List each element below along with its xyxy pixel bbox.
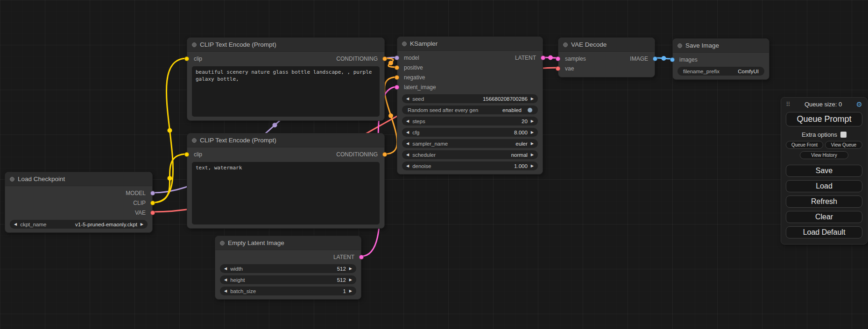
clear-button[interactable]: Clear — [786, 211, 862, 223]
decrement-icon[interactable]: ◀ — [406, 119, 409, 123]
widget-name: cfg — [412, 130, 419, 135]
decrement-icon[interactable]: ◀ — [224, 289, 227, 293]
toggle-indicator-icon[interactable] — [528, 108, 532, 112]
increment-icon[interactable]: ▶ — [531, 97, 534, 101]
decrement-icon[interactable]: ◀ — [224, 267, 227, 271]
increment-icon[interactable]: ▶ — [349, 278, 352, 282]
node-titlebar[interactable]: VAE Decode — [558, 38, 655, 52]
clip-input-port[interactable] — [184, 56, 189, 61]
decrement-icon[interactable]: ◀ — [406, 97, 409, 101]
sampler-name-widget[interactable]: ◀ sampler_name euler ▶ — [402, 139, 538, 148]
vae-input-port[interactable] — [556, 66, 560, 71]
node-vae-decode[interactable]: VAE Decode samples IMAGE vae — [558, 37, 655, 77]
positive-prompt-textarea[interactable]: beautiful scenery nature glass bottle la… — [192, 66, 380, 117]
increment-icon[interactable]: ▶ — [531, 164, 534, 168]
decrement-icon[interactable]: ◀ — [14, 223, 17, 226]
model-output-port[interactable] — [150, 191, 155, 196]
seed-widget[interactable]: ◀ seed 156680208700286 ▶ — [402, 94, 538, 103]
increment-icon[interactable]: ▶ — [531, 142, 534, 146]
view-queue-button[interactable]: View Queue — [825, 141, 862, 149]
node-save-image[interactable]: Save Image images filename_prefix ComfyU… — [672, 38, 769, 80]
node-status-dot[interactable] — [10, 177, 14, 182]
widget-name: sampler_name — [412, 141, 448, 147]
decrement-icon[interactable]: ◀ — [406, 164, 409, 168]
filename-prefix-widget[interactable]: filename_prefix ComfyUI — [677, 67, 764, 76]
latent-output-port[interactable] — [359, 255, 364, 259]
queue-actions-row: Queue Front View Queue — [786, 141, 862, 149]
node-load-checkpoint[interactable]: Load Checkpoint MODEL CLIP VAE ◀ ckpt_na… — [5, 172, 153, 233]
decrement-icon[interactable]: ◀ — [406, 142, 409, 146]
scheduler-widget[interactable]: ◀ scheduler normal ▶ — [402, 150, 538, 159]
clip-input-port[interactable] — [184, 152, 189, 157]
increment-icon[interactable]: ▶ — [531, 119, 534, 123]
node-status-dot[interactable] — [677, 43, 682, 48]
node-graph-canvas[interactable]: Load Checkpoint MODEL CLIP VAE ◀ ckpt_na… — [0, 0, 868, 329]
extra-options-checkbox[interactable] — [840, 132, 847, 138]
clip-output-port[interactable] — [150, 201, 155, 205]
port-row: model LATENT — [397, 53, 543, 63]
increment-icon[interactable]: ▶ — [349, 267, 352, 271]
widget-name: filename_prefix — [683, 69, 720, 74]
refresh-button[interactable]: Refresh — [786, 196, 862, 208]
increment-icon[interactable]: ▶ — [531, 153, 534, 157]
latent-output-port[interactable] — [541, 56, 545, 60]
denoise-widget[interactable]: ◀ denoise 1.000 ▶ — [402, 161, 538, 170]
node-status-dot[interactable] — [192, 138, 197, 143]
negative-input-port[interactable] — [395, 75, 399, 80]
widget-value: 20 — [522, 119, 528, 124]
increment-icon[interactable]: ▶ — [349, 289, 352, 293]
node-title: KSampler — [410, 40, 438, 47]
increment-icon[interactable]: ▶ — [531, 131, 534, 134]
drag-handle-icon[interactable]: ⠿ — [786, 101, 790, 107]
height-widget[interactable]: ◀ height 512 ▶ — [220, 275, 356, 284]
random-seed-toggle[interactable]: Random seed after every gen enabled — [402, 105, 538, 114]
load-default-button[interactable]: Load Default — [786, 226, 862, 238]
widget-value: 8.000 — [514, 130, 528, 135]
node-ksampler[interactable]: KSampler model LATENT positive negative … — [397, 36, 543, 175]
node-status-dot[interactable] — [563, 42, 568, 47]
images-input-port[interactable] — [670, 57, 675, 62]
samples-input-port[interactable] — [556, 56, 560, 61]
node-empty-latent-image[interactable]: Empty Latent Image LATENT ◀ width 512 ▶ … — [215, 236, 361, 300]
decrement-icon[interactable]: ◀ — [406, 131, 409, 134]
port-row: latent_image — [397, 82, 543, 92]
increment-icon[interactable]: ▶ — [141, 223, 143, 226]
cfg-widget[interactable]: ◀ cfg 8.000 ▶ — [402, 128, 538, 137]
negative-prompt-textarea[interactable]: text, watermark — [192, 162, 380, 224]
node-clip-text-encode-negative[interactable]: CLIP Text Encode (Prompt) clip CONDITION… — [187, 133, 385, 229]
view-history-button[interactable]: View History — [800, 151, 848, 159]
node-title: Load Checkpoint — [18, 175, 65, 182]
decrement-icon[interactable]: ◀ — [224, 278, 227, 282]
width-widget[interactable]: ◀ width 512 ▶ — [220, 264, 356, 273]
node-titlebar[interactable]: KSampler — [397, 37, 543, 51]
vae-output-port[interactable] — [150, 210, 155, 215]
load-button[interactable]: Load — [786, 180, 862, 192]
node-titlebar[interactable]: CLIP Text Encode (Prompt) — [187, 133, 384, 147]
conditioning-output-port[interactable] — [382, 56, 387, 61]
node-titlebar[interactable]: CLIP Text Encode (Prompt) — [187, 38, 384, 52]
node-titlebar[interactable]: Save Image — [673, 39, 769, 53]
queue-prompt-button[interactable]: Queue Prompt — [786, 112, 862, 126]
model-input-port[interactable] — [395, 56, 399, 60]
node-status-dot[interactable] — [220, 241, 225, 245]
steps-widget[interactable]: ◀ steps 20 ▶ — [402, 117, 538, 126]
positive-input-port[interactable] — [395, 65, 399, 70]
node-clip-text-encode-positive[interactable]: CLIP Text Encode (Prompt) clip CONDITION… — [187, 37, 385, 121]
latent-image-input-port[interactable] — [395, 85, 399, 90]
node-titlebar[interactable]: Load Checkpoint — [5, 172, 152, 186]
node-status-dot[interactable] — [402, 42, 407, 46]
port-row: images — [673, 55, 769, 64]
decrement-icon[interactable]: ◀ — [406, 153, 409, 157]
clip-input-label: clip — [194, 56, 202, 62]
ckpt-name-widget[interactable]: ◀ ckpt_name v1-5-pruned-emaonly.ckpt ▶ — [10, 220, 148, 229]
settings-gear-icon[interactable]: ⚙ — [856, 101, 862, 108]
node-status-dot[interactable] — [192, 42, 197, 47]
port-row: MODEL — [5, 188, 152, 198]
node-titlebar[interactable]: Empty Latent Image — [215, 236, 361, 250]
save-button[interactable]: Save — [786, 165, 862, 177]
link-clip-positive — [153, 58, 187, 203]
image-output-port[interactable] — [653, 56, 657, 61]
conditioning-output-port[interactable] — [382, 152, 387, 157]
queue-front-button[interactable]: Queue Front — [786, 141, 823, 149]
batch-size-widget[interactable]: ◀ batch_size 1 ▶ — [220, 287, 356, 295]
